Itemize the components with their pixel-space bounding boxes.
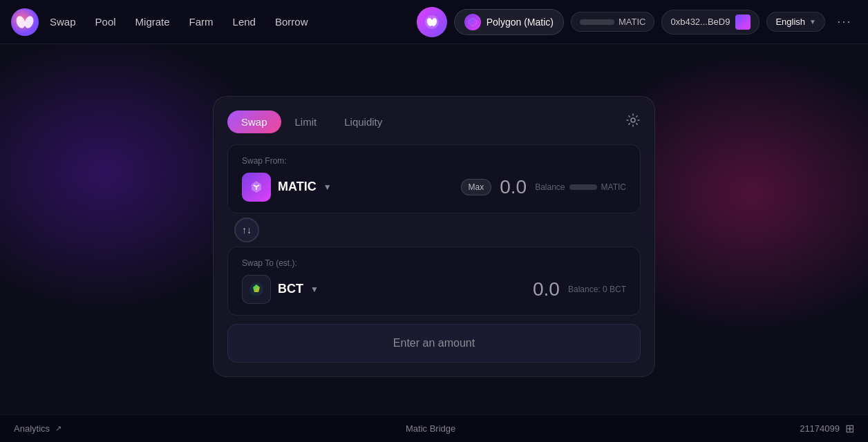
from-balance-label: Balance: [535, 182, 565, 192]
swap-from-row: MATIC ▼ Max 0.0 Balance MATIC: [242, 173, 626, 202]
swap-from-label: Swap From:: [242, 156, 626, 166]
from-balance-info: Balance MATIC: [535, 182, 626, 192]
language-selector[interactable]: English ▼: [766, 12, 825, 32]
matic-token-icon: [242, 173, 271, 202]
to-token-chevron-icon: ▼: [310, 285, 319, 294]
nav-migrate[interactable]: Migrate: [135, 16, 170, 28]
network-label: Polygon (Matic): [487, 17, 554, 28]
swap-to-label: Swap To (est.):: [242, 258, 626, 268]
block-number: 21174099: [800, 423, 840, 434]
settings-icon[interactable]: [625, 113, 641, 131]
swap-arrows-icon: ↑↓: [242, 224, 252, 236]
app-icon-button[interactable]: [417, 7, 447, 37]
to-amount-value: 0.0: [533, 278, 560, 300]
svg-rect-7: [738, 17, 748, 27]
analytics-link[interactable]: Analytics ↗: [14, 423, 62, 434]
swap-card: Swap Limit Liquidity Swap From:: [213, 96, 655, 377]
from-amount-value[interactable]: 0.0: [500, 176, 527, 198]
bottom-bar: Analytics ↗ Matic Bridge 21174099 ⊞: [0, 414, 868, 442]
bridge-label: Matic Bridge: [406, 423, 455, 434]
to-token-name: BCT: [278, 282, 303, 296]
nav-lend[interactable]: Lend: [233, 16, 256, 28]
swap-to-box: Swap To (est.):: [227, 247, 641, 316]
wallet-address: 0xb432...BeD9: [670, 17, 730, 27]
wallet-button[interactable]: 0xb432...BeD9: [661, 10, 760, 35]
enter-amount-button[interactable]: Enter an amount: [227, 324, 641, 363]
svg-marker-6: [469, 18, 477, 26]
balance-masked: [580, 19, 614, 25]
tab-liquidity[interactable]: Liquidity: [330, 110, 396, 133]
swap-tabs: Swap Limit Liquidity: [227, 110, 641, 133]
to-amount-area: 0.0 Balance: 0 BCT: [533, 278, 626, 300]
to-balance-label: Balance: 0 BCT: [568, 285, 626, 294]
more-options-button[interactable]: ···: [832, 10, 857, 35]
bct-token-icon: [242, 275, 271, 304]
nav-right: Polygon (Matic) MATIC 0xb432...BeD9: [417, 7, 857, 37]
to-token-selector[interactable]: BCT ▼: [242, 275, 319, 304]
from-balance-masked: [569, 184, 597, 190]
swap-direction-button[interactable]: ↑↓: [234, 218, 259, 242]
nav-farm[interactable]: Farm: [189, 16, 214, 28]
block-number-display: 21174099 ⊞: [800, 422, 854, 435]
from-token-name: MATIC: [278, 180, 317, 194]
swap-arrow-container: ↑↓: [227, 213, 641, 247]
tab-limit[interactable]: Limit: [281, 110, 331, 133]
nav-pool[interactable]: Pool: [95, 16, 116, 28]
tab-swap[interactable]: Swap: [227, 110, 281, 133]
max-button[interactable]: Max: [461, 179, 492, 195]
analytics-label: Analytics: [14, 423, 50, 434]
balance-currency: MATIC: [619, 17, 645, 27]
nav-links: Swap Pool Migrate Farm Lend Borrow: [50, 16, 417, 28]
main-content: Swap Limit Liquidity Swap From:: [0, 44, 868, 414]
swap-to-row: BCT ▼ 0.0 Balance: 0 BCT: [242, 275, 626, 304]
chevron-down-icon: ▼: [809, 18, 816, 26]
from-amount-area: Max 0.0 Balance MATIC: [461, 176, 626, 198]
bridge-link[interactable]: Matic Bridge: [406, 423, 455, 434]
from-token-selector[interactable]: MATIC ▼: [242, 173, 332, 202]
nav-swap[interactable]: Swap: [50, 16, 76, 28]
nav-borrow[interactable]: Borrow: [275, 16, 308, 28]
app-logo[interactable]: [11, 8, 39, 36]
to-balance-info: Balance: 0 BCT: [568, 285, 626, 294]
language-label: English: [775, 17, 805, 27]
analytics-arrow-icon: ↗: [55, 424, 62, 433]
from-balance-currency: MATIC: [601, 182, 626, 192]
network-selector[interactable]: Polygon (Matic): [454, 9, 564, 35]
from-token-chevron-icon: ▼: [323, 182, 332, 192]
block-icon: ⊞: [845, 422, 854, 435]
balance-display: MATIC: [571, 12, 654, 32]
network-icon: [464, 14, 481, 30]
swap-from-box: Swap From: MATIC ▼ Max 0.0: [227, 144, 641, 213]
svg-point-8: [631, 118, 635, 122]
navbar: Swap Pool Migrate Farm Lend Borrow: [0, 0, 868, 44]
wallet-avatar: [735, 15, 751, 30]
